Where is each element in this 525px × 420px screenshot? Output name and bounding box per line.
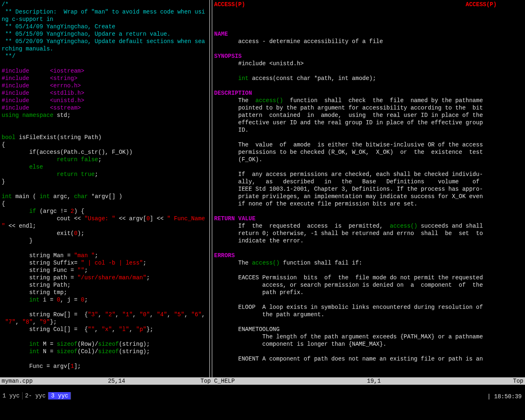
tab[interactable]: 2- yyc [23, 392, 48, 399]
status-line: myman.cpp 25,14 Top C_HELP 19,1 Top [0, 377, 525, 385]
status-scroll-right: Top [513, 377, 523, 385]
tab[interactable]: 3 yyc [48, 392, 71, 399]
status-pos-left: 25,14 [108, 377, 125, 385]
status-filename-right: C_HELP [214, 377, 235, 385]
left-pane[interactable]: /* ** Description: Wrap of "man" to avoi… [0, 0, 209, 377]
source-code[interactable]: /* ** Description: Wrap of "man" to avoi… [0, 0, 209, 371]
split-divider[interactable] [209, 0, 212, 377]
editor-container: /* ** Description: Wrap of "man" to avoi… [0, 0, 525, 377]
status-scroll-left: Top [201, 377, 211, 385]
tab[interactable]: 1 yyc [0, 392, 23, 399]
man-page[interactable]: ACCESS(P) ACCESS(P) NAME access - determ… [212, 0, 525, 371]
right-pane[interactable]: ACCESS(P) ACCESS(P) NAME access - determ… [212, 0, 525, 377]
clock: | 18:50:39 [487, 393, 522, 400]
tabline: 1 yyc 2- yyc 3 yyc [0, 392, 525, 399]
status-pos-right: 19,1 [367, 377, 381, 385]
status-filename-left: myman.cpp [2, 377, 33, 385]
